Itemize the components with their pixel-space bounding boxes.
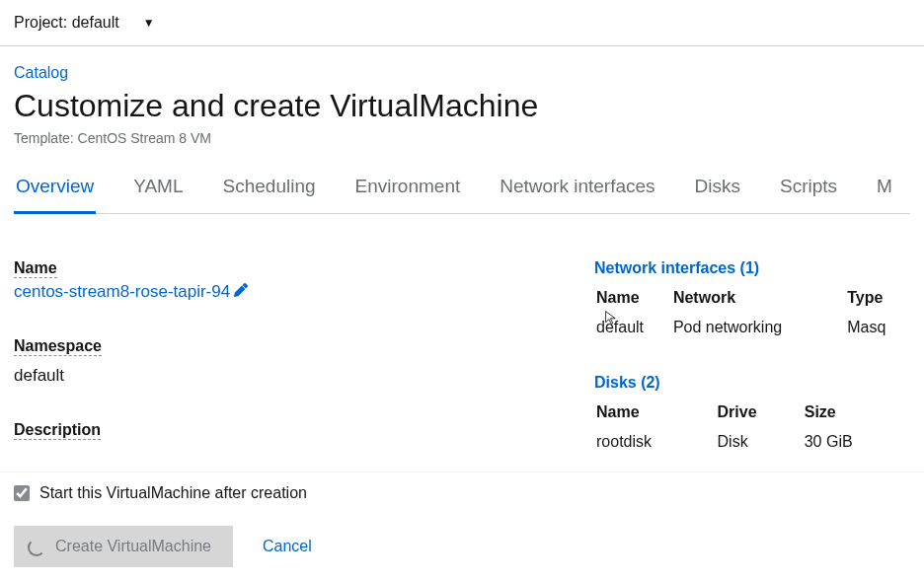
caret-down-icon: ▼: [143, 16, 155, 30]
details-column: Name centos-stream8-rose-tapir-94 Namesp…: [14, 259, 575, 479]
start-after-creation-checkbox[interactable]: Start this VirtualMachine after creation: [14, 484, 910, 502]
name-section: Name centos-stream8-rose-tapir-94: [14, 259, 575, 302]
network-interfaces-heading[interactable]: Network interfaces (1): [594, 259, 910, 277]
disks-table: Name Drive Size rootdisk Disk 30 GiB: [594, 401, 910, 453]
description-label: Description: [14, 421, 101, 440]
footer: Start this VirtualMachine after creation…: [0, 472, 924, 581]
page-title: Customize and create VirtualMachine: [14, 88, 910, 124]
disks-block: Disks (2) Name Drive Size rootdisk Disk: [594, 374, 910, 453]
project-label-text: Project: default: [14, 14, 119, 32]
tab-yaml[interactable]: YAML: [131, 166, 185, 213]
disk-col-size: Size: [805, 403, 908, 431]
disk-col-name: Name: [596, 403, 716, 431]
namespace-label: Namespace: [14, 337, 102, 356]
template-subtitle: Template: CentOS Stream 8 VM: [14, 130, 910, 146]
tab-bar: Overview YAML Scheduling Environment Net…: [14, 166, 910, 214]
tab-more[interactable]: M: [875, 166, 894, 213]
start-checkbox-input[interactable]: [14, 485, 30, 501]
button-row: Create VirtualMachine Cancel: [14, 526, 910, 567]
tab-scripts[interactable]: Scripts: [778, 166, 839, 213]
create-button[interactable]: Create VirtualMachine: [14, 526, 233, 567]
disks-heading[interactable]: Disks (2): [594, 374, 910, 392]
project-bar: Project: default ▼: [0, 0, 924, 46]
namespace-value: default: [14, 366, 575, 386]
network-interfaces-table: Name Network Type default Pod networking…: [594, 287, 910, 338]
tab-environment[interactable]: Environment: [353, 166, 463, 213]
summary-column: Network interfaces (1) Name Network Type…: [594, 259, 910, 479]
breadcrumb[interactable]: Catalog: [14, 64, 910, 82]
description-section: Description: [14, 421, 575, 444]
nic-col-name: Name: [596, 289, 671, 317]
start-checkbox-label: Start this VirtualMachine after creation: [39, 484, 307, 502]
spinner-icon: [28, 539, 43, 554]
name-label: Name: [14, 259, 57, 278]
tab-disks[interactable]: Disks: [693, 166, 742, 213]
tab-scheduling[interactable]: Scheduling: [221, 166, 318, 213]
tab-network-interfaces[interactable]: Network interfaces: [498, 166, 656, 213]
project-dropdown[interactable]: Project: default ▼: [14, 14, 155, 32]
tab-overview[interactable]: Overview: [14, 166, 96, 214]
page-body: Catalog Customize and create VirtualMach…: [0, 46, 924, 491]
table-row: rootdisk Disk 30 GiB: [596, 433, 908, 451]
content-area: Name centos-stream8-rose-tapir-94 Namesp…: [14, 214, 910, 479]
nic-col-network: Network: [673, 289, 845, 317]
pencil-icon[interactable]: [234, 282, 248, 302]
name-value[interactable]: centos-stream8-rose-tapir-94: [14, 282, 575, 302]
nic-col-type: Type: [847, 289, 908, 317]
namespace-section: Namespace default: [14, 337, 575, 386]
cancel-button[interactable]: Cancel: [263, 538, 312, 555]
disk-col-drive: Drive: [718, 403, 803, 431]
table-row: default Pod networking Masq: [596, 319, 908, 336]
